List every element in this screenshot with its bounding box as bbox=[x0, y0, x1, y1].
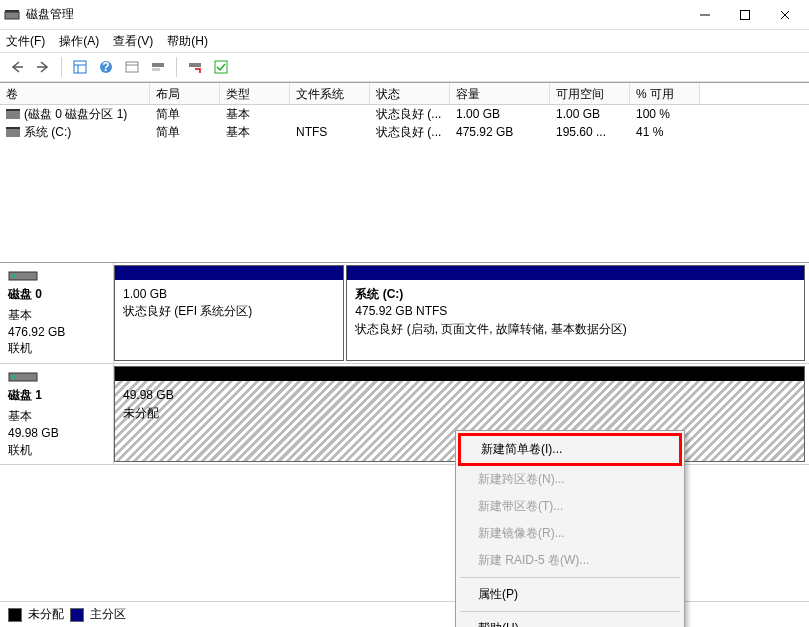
properties-button[interactable] bbox=[184, 56, 206, 78]
svg-rect-3 bbox=[741, 10, 750, 19]
disk-icon bbox=[8, 269, 38, 283]
volume-status: 状态良好 (... bbox=[370, 123, 450, 142]
volume-free: 1.00 GB bbox=[550, 106, 630, 122]
menubar: 文件(F) 操作(A) 查看(V) 帮助(H) bbox=[0, 30, 809, 52]
disk-kind: 基本 bbox=[8, 408, 105, 425]
app-icon bbox=[4, 7, 20, 23]
swatch-primary bbox=[70, 608, 84, 622]
window-title: 磁盘管理 bbox=[26, 6, 685, 23]
swatch-unallocated bbox=[8, 608, 22, 622]
volume-type: 基本 bbox=[220, 123, 290, 142]
menu-new-raid5-volume: 新建 RAID-5 卷(W)... bbox=[458, 547, 682, 574]
menu-new-spanned-volume: 新建跨区卷(N)... bbox=[458, 466, 682, 493]
volume-pct: 41 % bbox=[630, 124, 700, 140]
disk-list-button[interactable] bbox=[147, 56, 169, 78]
legend: 未分配 主分区 bbox=[0, 601, 809, 627]
disk-state: 联机 bbox=[8, 340, 105, 357]
drive-icon bbox=[6, 109, 20, 119]
menu-separator bbox=[460, 577, 680, 578]
menu-help[interactable]: 帮助(H) bbox=[167, 33, 208, 50]
volume-type: 基本 bbox=[220, 105, 290, 124]
volume-name: (磁盘 0 磁盘分区 1) bbox=[24, 107, 127, 121]
volume-capacity: 1.00 GB bbox=[450, 106, 550, 122]
svg-rect-20 bbox=[11, 274, 15, 278]
drive-icon bbox=[6, 127, 20, 137]
svg-rect-13 bbox=[126, 62, 138, 72]
volume-pct: 100 % bbox=[630, 106, 700, 122]
disk-row: 磁盘 0 基本 476.92 GB 联机 1.00 GB 状态良好 (EFI 系… bbox=[0, 263, 809, 364]
menu-new-mirrored-volume: 新建镜像卷(R)... bbox=[458, 520, 682, 547]
options-button[interactable] bbox=[210, 56, 232, 78]
part-size: 475.92 GB NTFS bbox=[355, 303, 796, 320]
col-free[interactable]: 可用空间 bbox=[550, 83, 630, 104]
part-title: 系统 (C:) bbox=[355, 286, 796, 303]
part-status: 未分配 bbox=[123, 405, 796, 422]
volume-list: 卷 布局 类型 文件系统 状态 容量 可用空间 % 可用 (磁盘 0 磁盘分区 … bbox=[0, 82, 809, 141]
part-status: 状态良好 (EFI 系统分区) bbox=[123, 303, 335, 320]
help-icon-button[interactable]: ? bbox=[95, 56, 117, 78]
volume-row[interactable]: 系统 (C:) 简单 基本 NTFS 状态良好 (... 475.92 GB 1… bbox=[0, 123, 809, 141]
col-status[interactable]: 状态 bbox=[370, 83, 450, 104]
volume-list-header: 卷 布局 类型 文件系统 状态 容量 可用空间 % 可用 bbox=[0, 83, 809, 105]
disk-panel: 磁盘 0 基本 476.92 GB 联机 1.00 GB 状态良好 (EFI 系… bbox=[0, 262, 809, 465]
partition-efi[interactable]: 1.00 GB 状态良好 (EFI 系统分区) bbox=[114, 265, 344, 361]
volume-name: 系统 (C:) bbox=[24, 125, 71, 139]
context-menu: 新建简单卷(I)... 新建跨区卷(N)... 新建带区卷(T)... 新建镜像… bbox=[455, 430, 685, 627]
col-type[interactable]: 类型 bbox=[220, 83, 290, 104]
volume-status: 状态良好 (... bbox=[370, 105, 450, 124]
maximize-button[interactable] bbox=[725, 1, 765, 29]
svg-rect-15 bbox=[152, 63, 164, 67]
volume-row[interactable]: (磁盘 0 磁盘分区 1) 简单 基本 状态良好 (... 1.00 GB 1.… bbox=[0, 105, 809, 123]
disk-row: 磁盘 1 基本 49.98 GB 联机 49.98 GB 未分配 bbox=[0, 364, 809, 465]
menu-separator bbox=[460, 611, 680, 612]
legend-primary: 主分区 bbox=[90, 606, 126, 623]
toolbar: ? bbox=[0, 52, 809, 82]
disk-state: 联机 bbox=[8, 442, 105, 459]
menu-help[interactable]: 帮助(H) bbox=[458, 615, 682, 627]
volume-fs bbox=[290, 113, 370, 115]
svg-rect-22 bbox=[11, 375, 15, 379]
svg-text:?: ? bbox=[102, 60, 109, 74]
refresh-button[interactable] bbox=[121, 56, 143, 78]
disk-kind: 基本 bbox=[8, 307, 105, 324]
svg-rect-17 bbox=[189, 63, 201, 67]
close-button[interactable] bbox=[765, 1, 805, 29]
window-titlebar: 磁盘管理 bbox=[0, 0, 809, 30]
part-size: 49.98 GB bbox=[123, 387, 796, 404]
disk-size: 49.98 GB bbox=[8, 425, 105, 442]
menu-file[interactable]: 文件(F) bbox=[6, 33, 45, 50]
volume-layout: 简单 bbox=[150, 105, 220, 124]
volume-free: 195.60 ... bbox=[550, 124, 630, 140]
menu-view[interactable]: 查看(V) bbox=[113, 33, 153, 50]
volume-fs: NTFS bbox=[290, 124, 370, 140]
col-volume[interactable]: 卷 bbox=[0, 83, 150, 104]
disk-label[interactable]: 磁盘 1 基本 49.98 GB 联机 bbox=[0, 364, 114, 464]
svg-rect-8 bbox=[74, 61, 86, 73]
menu-new-simple-volume[interactable]: 新建简单卷(I)... bbox=[458, 433, 682, 466]
view-settings-button[interactable] bbox=[69, 56, 91, 78]
svg-rect-0 bbox=[5, 12, 19, 19]
volume-capacity: 475.92 GB bbox=[450, 124, 550, 140]
menu-properties[interactable]: 属性(P) bbox=[458, 581, 682, 608]
col-filesystem[interactable]: 文件系统 bbox=[290, 83, 370, 104]
menu-action[interactable]: 操作(A) bbox=[59, 33, 99, 50]
disk-size: 476.92 GB bbox=[8, 324, 105, 341]
disk-name: 磁盘 1 bbox=[8, 387, 105, 404]
disk-icon bbox=[8, 370, 38, 384]
part-size: 1.00 GB bbox=[123, 286, 335, 303]
partition-system-c[interactable]: 系统 (C:) 475.92 GB NTFS 状态良好 (启动, 页面文件, 故… bbox=[346, 265, 805, 361]
menu-new-striped-volume: 新建带区卷(T)... bbox=[458, 493, 682, 520]
part-status: 状态良好 (启动, 页面文件, 故障转储, 基本数据分区) bbox=[355, 321, 796, 338]
svg-rect-16 bbox=[152, 68, 160, 71]
col-capacity[interactable]: 容量 bbox=[450, 83, 550, 104]
col-pctfree[interactable]: % 可用 bbox=[630, 83, 700, 104]
svg-rect-1 bbox=[5, 10, 19, 12]
minimize-button[interactable] bbox=[685, 1, 725, 29]
disk-label[interactable]: 磁盘 0 基本 476.92 GB 联机 bbox=[0, 263, 114, 363]
legend-unallocated: 未分配 bbox=[28, 606, 64, 623]
back-button[interactable] bbox=[6, 56, 28, 78]
volume-layout: 简单 bbox=[150, 123, 220, 142]
svg-rect-18 bbox=[215, 61, 227, 73]
forward-button[interactable] bbox=[32, 56, 54, 78]
col-layout[interactable]: 布局 bbox=[150, 83, 220, 104]
